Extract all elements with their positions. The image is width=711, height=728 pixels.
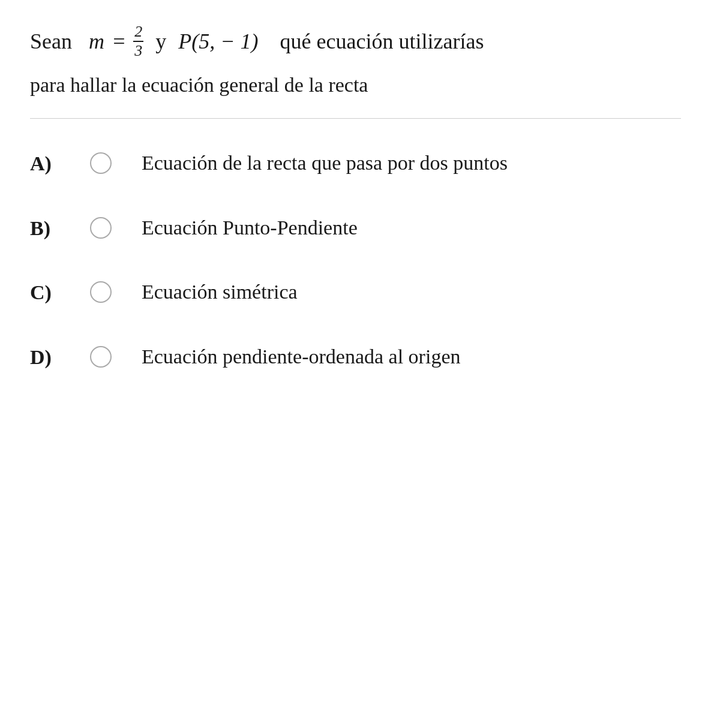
option-text-c: Ecuación simétrica xyxy=(142,278,298,306)
question-header: Sean m = 2 3 y P(5, − 1) qué ecuación ut… xyxy=(30,24,681,59)
radio-d[interactable] xyxy=(90,346,112,368)
question-subtext: para hallar la ecuación general de la re… xyxy=(30,70,681,100)
option-label-c: C) xyxy=(30,281,60,304)
option-row-c: C) Ecuación simétrica xyxy=(30,278,681,306)
math-y-connector: y xyxy=(155,25,166,58)
math-equals: = xyxy=(112,25,126,58)
fraction-numerator: 2 xyxy=(133,24,143,42)
options-list: A) Ecuación de la recta que pasa por dos… xyxy=(30,149,681,371)
radio-c[interactable] xyxy=(90,281,112,303)
option-text-d: Ecuación pendiente-ordenada al origen xyxy=(142,342,460,371)
radio-a[interactable] xyxy=(90,152,112,174)
option-row-b: B) Ecuación Punto-Pendiente xyxy=(30,213,681,242)
divider xyxy=(30,118,681,119)
math-m: m xyxy=(89,25,104,58)
sean-label: Sean xyxy=(30,25,72,58)
option-text-b: Ecuación Punto-Pendiente xyxy=(142,213,358,242)
option-text-a: Ecuación de la recta que pasa por dos pu… xyxy=(142,149,508,178)
option-row-a: A) Ecuación de la recta que pasa por dos… xyxy=(30,149,681,178)
math-point: P(5, − 1) xyxy=(178,25,258,58)
option-row-d: D) Ecuación pendiente-ordenada al origen xyxy=(30,342,681,371)
option-label-a: A) xyxy=(30,152,60,175)
radio-b[interactable] xyxy=(90,217,112,239)
fraction-denominator: 3 xyxy=(133,42,143,59)
option-label-b: B) xyxy=(30,217,60,240)
option-label-d: D) xyxy=(30,346,60,369)
fraction: 2 3 xyxy=(133,24,143,59)
math-expression: m = 2 3 y P(5, − 1) xyxy=(89,24,259,59)
question-inline-text: qué ecuación utilizarías xyxy=(280,25,484,58)
